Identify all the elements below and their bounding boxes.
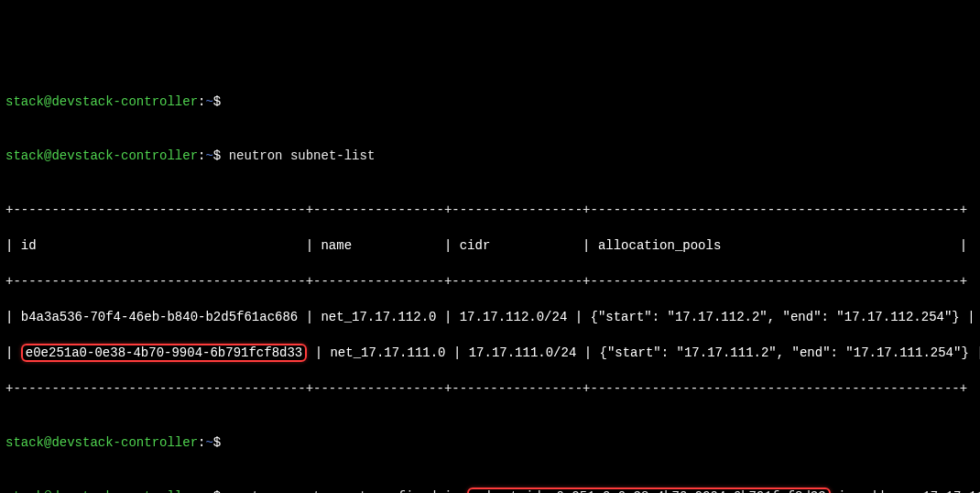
prompt-path: ~ <box>205 94 212 109</box>
highlighted-subnet-id: e0e251a0-0e38-4b70-9904-6b791fcf8d33 <box>21 344 307 362</box>
table-header: | id | name | cidr | allocation_pools | <box>5 237 975 256</box>
cmd-port-create-post: ,ip_address=17.17.111. <box>831 489 980 493</box>
table-divider: +--------------------------------------+… <box>5 273 975 291</box>
table-divider: +--------------------------------------+… <box>5 202 975 220</box>
prompt-line: stack@devstack-controller:~$ <box>5 434 975 453</box>
highlighted-subnet-arg: subnet_id=e0e251a0-0e38-4b70-9904-6b791f… <box>467 488 830 493</box>
table-row: | b4a3a536-70f4-46eb-b840-b2d5f61ac686 |… <box>5 309 975 327</box>
prompt-dollar: $ <box>213 94 221 109</box>
prompt-userhost: stack@devstack-controller <box>5 94 198 109</box>
table-row: | e0e251a0-0e38-4b70-9904-6b791fcf8d33 |… <box>5 345 975 363</box>
cmd-port-create-pre: neutron port-create --fixed-ip <box>229 489 467 493</box>
command-line-2[interactable]: stack@devstack-controller:~$ neutron por… <box>5 488 975 493</box>
command-line-1[interactable]: stack@devstack-controller:~$ neutron sub… <box>5 148 975 166</box>
cmd-subnet-list: neutron subnet-list <box>229 148 376 163</box>
prompt-line: stack@devstack-controller:~$ <box>5 93 975 112</box>
table-divider: +--------------------------------------+… <box>5 380 975 399</box>
